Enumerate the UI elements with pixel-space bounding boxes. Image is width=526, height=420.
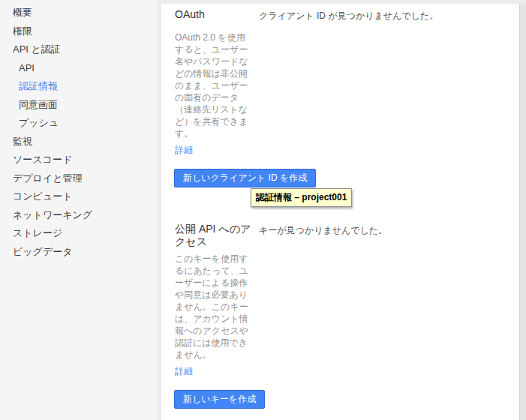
status-message: キーが見つかりませんでした。	[259, 223, 387, 377]
sidebar-item-label: API と認証	[13, 43, 61, 56]
sidebar-item-label: 同意画面	[19, 98, 58, 112]
sidebar-item-credentials[interactable]: 認証情報	[0, 77, 158, 96]
section-title: 公開 API へのアクセス	[175, 223, 253, 248]
oauth-section: OAuth OAuth 2.0 を使用すると、ユーザー名やパスワードなどの情報は…	[161, 4, 519, 156]
sidebar-item-networking[interactable]: ネットワーキング	[0, 206, 158, 225]
sidebar-item-monitoring[interactable]: 監視	[0, 133, 158, 152]
sidebar-item-storage[interactable]: ストレージ	[0, 224, 158, 243]
section-description: このキーを使用するにあたって、ユーザーによる操作や同意は必要ありません。このキー…	[175, 253, 253, 361]
sidebar-item-compute[interactable]: コンピュート	[0, 188, 158, 206]
sidebar-item-permissions[interactable]: 権限	[0, 22, 158, 41]
sidebar-item-source-code[interactable]: ソースコード	[0, 151, 158, 170]
sidebar-item-consent-screen[interactable]: 同意画面	[0, 96, 158, 115]
sidebar-item-overview[interactable]: 概要	[0, 4, 158, 22]
sidebar-item-label: コンピュート	[13, 190, 73, 203]
sidebar-item-label: API	[19, 62, 35, 74]
public-api-section-left-column: 公開 API へのアクセス このキーを使用するにあたって、ユーザーによる操作や同…	[175, 223, 253, 377]
oauth-section-left-column: OAuth OAuth 2.0 を使用すると、ユーザー名やパスワードなどの情報は…	[175, 8, 253, 156]
sidebar: 概要 権限 API と認証 API 認証情報 同意画面 プッシュ 監視 ソースコ…	[0, 0, 158, 420]
status-message: クライアント ID が見つかりませんでした。	[259, 8, 438, 156]
sidebar-item-label: ネットワーキング	[13, 208, 92, 222]
sidebar-item-api[interactable]: API	[0, 59, 158, 78]
sidebar-item-label: プッシュ	[19, 116, 59, 130]
sidebar-item-label: ストレージ	[13, 226, 62, 240]
create-key-button[interactable]: 新しいキーを作成	[174, 390, 265, 409]
sidebar-item-label: ソースコード	[13, 153, 72, 166]
sidebar-item-apis-and-auth[interactable]: API と認証	[0, 40, 158, 59]
sidebar-item-label: 認証情報	[19, 80, 58, 93]
scrollbar-track[interactable]	[519, 4, 526, 420]
content-area: OAuth OAuth 2.0 を使用すると、ユーザー名やパスワードなどの情報は…	[158, 0, 526, 420]
details-link[interactable]: 詳細	[175, 145, 193, 155]
section-description: OAuth 2.0 を使用すると、ユーザー名やパスワードなどの情報は非公開のまま…	[175, 32, 253, 140]
sidebar-item-label: 監視	[13, 135, 32, 148]
sidebar-item-label: ビッグデータ	[13, 245, 73, 259]
sidebar-item-label: 権限	[13, 25, 32, 38]
create-client-id-button[interactable]: 新しいクライアント ID を作成	[174, 169, 316, 188]
sidebar-item-deploy-and-manage[interactable]: デプロイと管理	[0, 170, 158, 188]
sidebar-item-push[interactable]: プッシュ	[0, 114, 158, 133]
project-tooltip: 認証情報 – project001	[251, 188, 352, 207]
sidebar-item-big-data[interactable]: ビッグデータ	[0, 243, 158, 262]
sidebar-item-label: デプロイと管理	[13, 172, 83, 185]
credentials-panel: OAuth OAuth 2.0 を使用すると、ユーザー名やパスワードなどの情報は…	[161, 4, 519, 420]
sidebar-item-label: 概要	[13, 6, 32, 20]
public-api-access-section: 公開 API へのアクセス このキーを使用するにあたって、ユーザーによる操作や同…	[161, 223, 519, 377]
details-link[interactable]: 詳細	[175, 366, 193, 376]
section-title: OAuth	[175, 8, 253, 21]
